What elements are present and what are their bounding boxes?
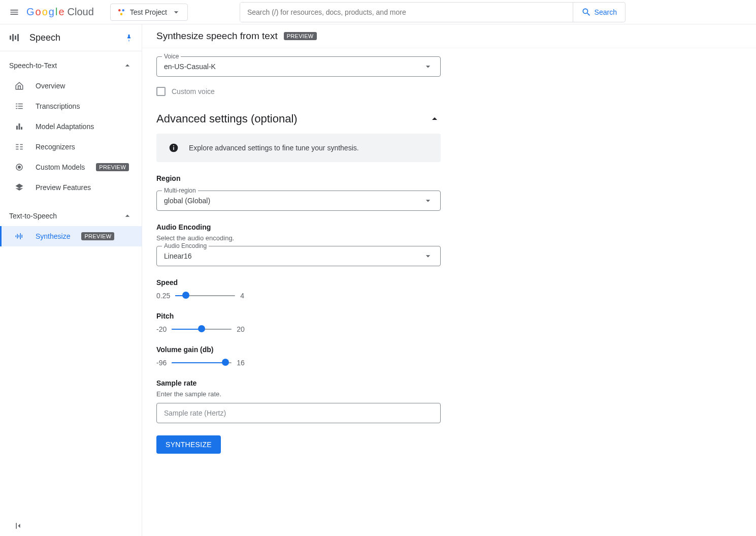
encoding-heading: Audio Encoding — [156, 223, 585, 231]
waveform-icon — [14, 231, 24, 241]
page-preview-badge: PREVIEW — [284, 32, 317, 40]
svg-rect-6 — [17, 34, 19, 41]
chart-icon — [14, 121, 24, 132]
svg-rect-10 — [16, 144, 18, 145]
sample-rate-input[interactable] — [164, 403, 433, 423]
svg-point-0 — [118, 9, 121, 12]
collapse-icon — [14, 521, 24, 531]
speed-heading: Speed — [156, 278, 585, 287]
svg-point-17 — [18, 166, 21, 169]
svg-rect-24 — [173, 147, 174, 150]
project-name: Test Project — [130, 8, 167, 16]
voice-select[interactable]: Voice en-US-Casual-K — [156, 56, 441, 77]
svg-rect-22 — [22, 235, 23, 238]
pin-icon[interactable] — [124, 33, 134, 42]
sidebar-item-transcriptions[interactable]: Transcriptions — [0, 96, 142, 116]
page-title: Synthesize speech from text — [156, 30, 278, 42]
pitch-max: 20 — [237, 325, 245, 333]
search-icon — [581, 7, 591, 17]
svg-rect-20 — [19, 235, 20, 238]
chevron-down-icon — [423, 196, 433, 206]
sample-rate-input-wrapper — [156, 403, 441, 423]
svg-rect-13 — [20, 146, 23, 147]
chevron-down-icon — [423, 61, 433, 72]
svg-rect-9 — [21, 127, 22, 130]
volume-max: 16 — [237, 359, 245, 367]
custom-voice-checkbox[interactable]: Custom voice — [156, 87, 585, 96]
sidebar-item-overview[interactable]: Overview — [0, 76, 142, 96]
svg-rect-11 — [20, 144, 23, 145]
topbar: GoogleCloud Test Project Search — [0, 0, 756, 24]
svg-rect-18 — [16, 236, 17, 237]
svg-rect-14 — [16, 149, 18, 150]
svg-point-2 — [120, 13, 123, 15]
svg-point-1 — [122, 9, 124, 12]
sidebar-item-custom-models[interactable]: Custom Models PREVIEW — [0, 157, 142, 177]
sidebar-item-recognizers[interactable]: Recognizers — [0, 137, 142, 157]
region-heading: Region — [156, 174, 585, 182]
sidebar-item-preview-features[interactable]: Preview Features — [0, 177, 142, 198]
svg-rect-19 — [17, 234, 18, 239]
sample-rate-heading: Sample rate — [156, 379, 585, 387]
search-button[interactable]: Search — [573, 3, 625, 22]
pitch-slider[interactable] — [172, 328, 232, 330]
svg-rect-7 — [16, 126, 18, 130]
checkbox-icon — [156, 87, 166, 96]
chevron-up-icon — [122, 60, 133, 71]
section-text-to-speech[interactable]: Text-to-Speech — [0, 206, 142, 226]
sidebar-product-title: Speech — [29, 33, 115, 43]
encoding-select[interactable]: Audio Encoding Linear16 — [156, 246, 441, 266]
sidebar-header: Speech — [0, 24, 142, 51]
sidebar: Speech Speech-to-Text Overview Transcrip… — [0, 24, 142, 536]
speech-product-icon — [8, 31, 20, 44]
google-cloud-logo[interactable]: GoogleCloud — [26, 6, 94, 18]
layers-icon — [14, 182, 24, 193]
main-content: Synthesize speech from text PREVIEW Voic… — [142, 24, 756, 536]
collapse-sidebar-button[interactable] — [14, 521, 24, 531]
list-icon — [14, 101, 24, 111]
sidebar-item-model-adaptations[interactable]: Model Adaptations — [0, 116, 142, 137]
svg-rect-8 — [19, 123, 20, 130]
sidebar-item-synthesize[interactable]: Synthesize PREVIEW — [0, 226, 142, 246]
speed-min: 0.25 — [156, 292, 170, 300]
search-input[interactable] — [240, 3, 573, 22]
synthesize-button[interactable]: SYNTHESIZE — [156, 435, 221, 454]
info-icon — [169, 143, 179, 153]
section-speech-to-text[interactable]: Speech-to-Text — [0, 55, 142, 76]
home-icon — [14, 81, 24, 91]
target-icon — [14, 162, 24, 172]
project-selector-button[interactable]: Test Project — [110, 4, 188, 21]
grid-icon — [14, 142, 24, 152]
pitch-min: -20 — [156, 325, 167, 333]
volume-heading: Volume gain (db) — [156, 345, 585, 354]
chevron-up-icon — [429, 113, 441, 125]
svg-rect-3 — [10, 36, 11, 40]
svg-rect-12 — [16, 146, 18, 147]
search-bar: Search — [240, 2, 626, 22]
svg-rect-5 — [15, 36, 16, 40]
volume-slider[interactable] — [172, 362, 232, 364]
svg-rect-21 — [20, 233, 21, 239]
project-icon — [117, 8, 126, 17]
svg-rect-25 — [173, 145, 174, 146]
svg-rect-4 — [12, 34, 14, 41]
sample-rate-helper: Enter the sample rate. — [156, 390, 585, 398]
svg-rect-15 — [20, 149, 23, 150]
preview-badge: PREVIEW — [81, 232, 114, 240]
speed-max: 4 — [240, 292, 244, 300]
hamburger-menu-button[interactable] — [8, 6, 20, 18]
encoding-helper: Select the audio encoding. — [156, 234, 585, 242]
pitch-heading: Pitch — [156, 312, 585, 320]
chevron-up-icon — [122, 211, 133, 221]
region-select[interactable]: Multi-region global (Global) — [156, 191, 441, 211]
advanced-info-banner: Explore advanced settings to fine tune y… — [156, 134, 441, 162]
chevron-down-icon — [171, 7, 181, 17]
speed-slider[interactable] — [175, 295, 235, 297]
advanced-settings-toggle[interactable]: Advanced settings (optional) — [156, 112, 441, 125]
chevron-down-icon — [423, 251, 433, 261]
preview-badge: PREVIEW — [96, 163, 129, 171]
menu-icon — [9, 7, 19, 17]
page-header: Synthesize speech from text PREVIEW — [142, 24, 756, 48]
volume-min: -96 — [156, 359, 167, 367]
